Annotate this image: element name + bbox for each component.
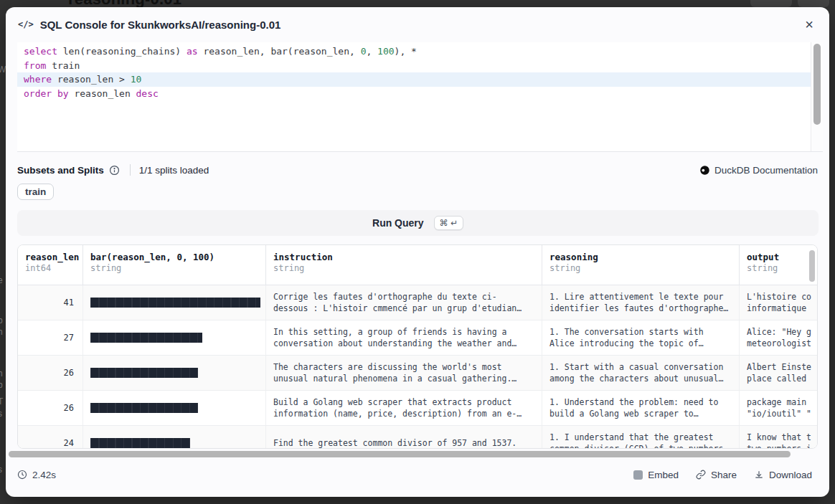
cell-reasoning: 1. Understand the problem: need tobuild … [542,391,740,425]
sql-line-active: where reason_len > 10 [17,72,811,87]
cell-text-line: Albert Einste [747,361,811,373]
background-text-fragment: s [0,409,2,419]
background-text-fragment: T [0,396,3,406]
close-icon[interactable]: × [801,17,818,32]
cell-text-line: In this setting, a group of friends is h… [273,326,534,338]
sql-console-modal: </> SQL Console for SkunkworksAI/reasoni… [6,7,829,497]
column-name: reasoning [549,252,732,262]
cell-reasoning: 1. The conversation starts withAlice int… [542,320,740,355]
duckdb-documentation-link[interactable]: DuckDB Documentation [699,165,818,176]
column-name: output [747,252,811,262]
background-text-fragment: e [0,275,3,285]
cell-reason_len: 41 [18,285,83,320]
cell-bar [83,285,266,320]
code-icon: </> [18,19,34,29]
cell-text-line: package main [747,396,811,408]
column-name: instruction [273,252,534,262]
cell-output: L'histoire coinformatique [740,285,818,320]
table-vertical-scrollbar-thumb[interactable] [809,250,815,282]
sql-line: order by reason_len desc [17,87,811,101]
cell-output: I know that ttwo numbers i [740,426,818,449]
cell-text-line: Build a Golang web scraper that extracts… [273,396,534,408]
cell-text-line: identifier les fautes d'orthographe… [549,303,732,314]
cell-text-line: Alice introducing the topic of… [549,338,732,349]
cell-text-line: "io/ioutil" " [747,408,811,419]
split-pill-train[interactable]: train [17,184,54,200]
keyboard-shortcut-badge: ⌘ ↵ [434,216,463,230]
background-text-fragment: h [0,369,3,379]
cell-text-line: among the characters about unusual… [549,373,732,384]
cell-reason_len: 27 [18,320,83,355]
horizontal-scrollbar-thumb[interactable] [9,451,791,457]
cell-instruction: The characters are discussing the world'… [266,356,542,390]
table-row: 41Corrige les fautes d'orthographe du te… [18,285,817,320]
subsets-row: Subsets and Splits 1/1 splits loaded Duc… [17,162,818,178]
cell-text-line: conversation about understanding the wea… [273,338,534,349]
run-query-button[interactable]: Run Query ⌘ ↵ [17,210,819,236]
column-type: int64 [25,263,75,273]
column-name: reason_len [25,252,75,262]
results-table: reason_lenint64bar(reason_len, 0, 100)st… [17,244,818,449]
cell-reasoning: 1. I understand that the greatestcommon … [542,426,740,449]
cell-text-line: unusual natural phenomena in a casual ga… [273,373,534,384]
column-type: string [747,263,811,273]
embed-button[interactable]: Embed [633,470,679,480]
column-header-bar: bar(reason_len, 0, 100)string [83,245,266,285]
table-row: 26Build a Golang web scraper that extrac… [18,391,817,426]
column-name: bar(reason_len, 0, 100) [90,252,258,262]
cell-reason_len: 26 [18,356,83,390]
cell-output: package main "io/ioutil" " [740,391,818,425]
cell-text-line: 1. I understand that the greatest [549,432,732,443]
cell-text-line: two numbers i [747,443,811,449]
column-header-reason_len: reason_lenint64 [18,245,83,285]
cell-bar [83,426,266,449]
table-row: 24Find the greatest common divisor of 95… [18,426,817,449]
cell-text-line: dessous : L'histoir cmmencé par un grup … [273,303,534,314]
download-icon [754,470,764,480]
cell-text-line: I know that t [747,432,811,443]
cell-text-line: meteorologist [747,338,811,349]
cell-bar [83,391,266,425]
column-header-output: outputstring [740,245,818,285]
background-button [750,0,792,7]
modal-header: </> SQL Console for SkunkworksAI/reasoni… [6,7,829,39]
cell-text-line: build a Golang web scraper to… [549,408,732,419]
clock-icon [17,470,27,480]
download-button[interactable]: Download [754,470,812,480]
cell-reasoning: 1. Start with a casual conversationamong… [542,356,740,390]
table-body: 41Corrige les fautes d'orthographe du te… [18,285,817,449]
info-icon[interactable] [109,165,120,176]
modal-title: SQL Console for SkunkworksAI/reasoning-0… [40,19,801,31]
cell-reasoning: 1. Lire attentivement le texte pourident… [542,285,740,320]
column-header-instruction: instructionstring [266,245,542,285]
bar-glyph [90,368,198,378]
sql-line: select len(reasoning_chains) as reason_l… [17,44,811,59]
sql-editor-lines[interactable]: select len(reasoning_chains) as reason_l… [17,42,811,151]
cell-bar [83,356,266,390]
sql-editor[interactable]: select len(reasoning_chains) as reason_l… [17,42,823,152]
share-link-icon [696,470,706,480]
table-row: 27In this setting, a group of friends is… [18,320,817,356]
run-query-label: Run Query [372,217,424,229]
bar-glyph [90,403,198,413]
cell-text-line: 1. Lire attentivement le texte pour [549,291,732,303]
cell-output: Albert Einsteplace called [740,356,818,390]
background-button [798,0,829,7]
cell-text-line: 1. Start with a casual conversation [549,361,732,373]
query-duration: 2.42s [17,470,56,480]
bar-glyph [90,438,190,448]
bar-glyph [90,333,202,343]
cell-text-line: 1. Understand the problem: need to [549,396,732,408]
editor-scrollbar[interactable] [811,42,823,151]
duckdb-logo-icon [699,165,710,176]
cell-text-line: Find the greatest common divisor of 957 … [273,437,534,449]
cell-text-line: Alice: "Hey g [747,326,811,338]
splits-loaded-status: 1/1 splits loaded [139,165,209,176]
cell-text-line: L'histoire co [747,291,811,303]
editor-scrollbar-thumb[interactable] [813,44,821,125]
background-text-fragment: b [0,315,3,325]
cell-text-line: place called [747,373,811,384]
share-button[interactable]: Share [696,470,737,480]
table-header-row: reason_lenint64bar(reason_len, 0, 100)st… [18,245,817,285]
cell-text-line: The characters are discussing the world'… [273,361,534,373]
